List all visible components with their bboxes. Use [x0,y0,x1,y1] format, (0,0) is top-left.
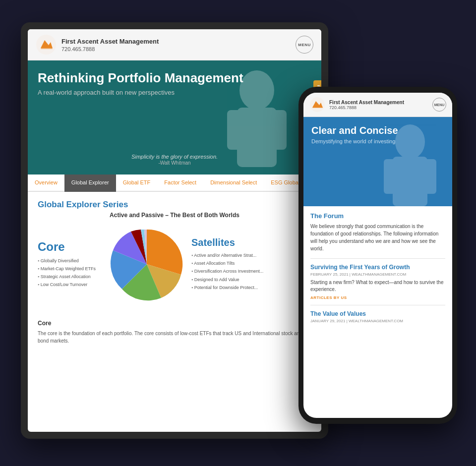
sat-item-1: Active and/or Alternative Strat... [191,251,311,259]
mobile-divider-1 [310,258,445,259]
desktop-header: First Ascent Asset Management 720.465.78… [28,29,321,60]
mobile-forum-title: The Forum [310,212,445,220]
core-label: Core [38,240,102,254]
core-item-3: Strategic Asset Allocation [38,273,102,281]
mobile-article-1-title[interactable]: Surviving the First Years of Growth [310,264,445,271]
svg-rect-2 [237,108,277,167]
mobile-forum-body: We believe strongly that good communicat… [310,223,445,252]
header-company-info: First Ascent Asset Management 720.465.78… [61,38,159,52]
tab-dimensional-select[interactable]: Dimensional Select [203,175,264,192]
company-name: First Ascent Asset Management [61,38,159,45]
chart-title: Active and Passive – The Best of Both Wo… [38,212,311,219]
core-info: Core Globally Diversified Market-Cap Wei… [38,240,102,289]
mobile-article-2-title[interactable]: The Value of Values [310,310,445,317]
desktop-hero: Rethinking Portfolio Management A real-w… [28,60,321,175]
hero-quote: Simplicity is the glory of expression. -… [131,154,218,166]
mobile-article-1-excerpt: Starting a new firm? What to expect—and … [310,279,445,293]
desktop-device: First Ascent Asset Management 720.465.78… [21,22,328,439]
header-left: First Ascent Asset Management 720.465.78… [36,34,159,55]
mobile-article-1-meta: February 25, 2021 | WEALTHMANAGEMENT.COM [310,272,445,277]
mobile-hero-figure [373,122,447,206]
mobile-company-info: First Ascent Asset Management 720.465.78… [329,100,404,110]
section-title: Global Explorer Series [38,200,311,210]
mobile-divider-2 [310,305,445,305]
bottom-section-title: Core [38,320,311,327]
pie-chart [107,225,186,304]
core-list: Globally Diversified Market-Cap Weighted… [38,257,102,289]
tab-factor-select[interactable]: Factor Select [157,175,203,192]
mobile-device: First Ascent Asset Management 720.465.78… [298,87,457,424]
main-content: Global Explorer Series Active and Passiv… [28,192,321,320]
content-bottom: Core The core is the foundation of each … [28,320,321,350]
core-item-1: Globally Diversified [38,257,102,265]
svg-rect-8 [384,159,396,194]
bottom-text: The core is the foundation of each portf… [38,330,311,345]
mobile-header: First Ascent Asset Management 720.465.78… [303,93,452,117]
core-item-2: Market-Cap Weighted ETFs [38,265,102,273]
mobile-company-name: First Ascent Asset Management [329,100,404,105]
sat-item-2: Asset Allocation Tilts [191,259,311,267]
sat-item-4: Designed to Add Value [191,276,311,284]
svg-rect-7 [393,157,427,206]
sat-item-5: Potential for Downside Protect... [191,284,311,291]
svg-point-1 [239,70,274,110]
scene: First Ascent Asset Management 720.465.78… [0,0,476,466]
logo-icon [36,34,57,55]
svg-rect-4 [272,110,287,150]
svg-point-6 [395,124,425,159]
satellites-label: Satellites [191,237,311,248]
svg-rect-3 [227,110,242,150]
hero-subtitle: A real-world approach built on new persp… [38,89,243,96]
mobile-article-2-meta: January 29, 2021 | WEALTHMANAGEMENT.COM [310,319,445,323]
chart-area: Core Globally Diversified Market-Cap Wei… [38,225,311,304]
tab-overview[interactable]: Overview [28,175,64,192]
satellites-info: Satellites Active and/or Alternative Str… [191,237,311,291]
sat-item-3: Diversification Across Investment... [191,267,311,275]
desktop-screen: First Ascent Asset Management 720.465.78… [28,29,321,432]
mobile-phone: 720.465.7888 [329,105,404,110]
core-item-4: Low Cost/Low Turnover [38,281,102,289]
hero-title: Rethinking Portfolio Management [38,70,243,86]
nav-tabs: Overview Global Explorer Global ETF Fact… [28,175,321,192]
mobile-screen: First Ascent Asset Management 720.465.78… [303,93,452,418]
mobile-article-1-tag: ARTICLES BY US [310,295,445,300]
tab-global-explorer[interactable]: Global Explorer [64,175,116,192]
mobile-hero: Clear and Concise Demystifying the world… [303,117,452,206]
mobile-content: The Forum We believe strongly that good … [303,206,452,332]
menu-button[interactable]: MENU [296,36,313,54]
svg-rect-9 [424,159,436,194]
hero-text-overlay: Rethinking Portfolio Management A real-w… [38,70,243,96]
tab-global-etf[interactable]: Global ETF [116,175,158,192]
mobile-header-left: First Ascent Asset Management 720.465.78… [309,97,404,113]
satellites-list: Active and/or Alternative Strat... Asset… [191,251,311,291]
mobile-menu-button[interactable]: MENU [432,98,446,112]
phone-number: 720.465.7888 [61,46,159,52]
mobile-logo-icon [309,97,325,113]
